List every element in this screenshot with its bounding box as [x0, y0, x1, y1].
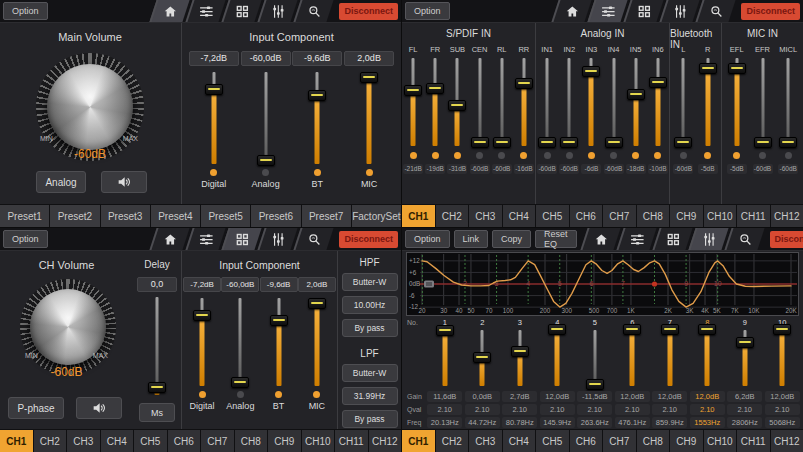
- band-freq-box[interactable]: 5068Hz: [765, 417, 800, 428]
- nav-tab-zoom[interactable]: [294, 228, 334, 250]
- band-gain-box[interactable]: 12,0dB: [615, 391, 650, 402]
- band-gain-box[interactable]: 6,2dB: [727, 391, 762, 402]
- lpf-bypass-button[interactable]: By pass: [342, 410, 398, 428]
- band-gain-box[interactable]: 11,6dB: [427, 391, 462, 402]
- band-freq-box[interactable]: 1553Hz: [690, 417, 725, 428]
- tab-ch12[interactable]: CH12: [771, 205, 803, 227]
- tab-ch12[interactable]: CH12: [771, 430, 803, 452]
- band-freq-box[interactable]: 476.1Hz: [615, 417, 650, 428]
- lpf-type-button[interactable]: Butter-W: [342, 364, 398, 382]
- band-freq-box[interactable]: 2806Hz: [727, 417, 762, 428]
- nav-tab-faders[interactable]: [660, 0, 700, 22]
- delay-unit-button[interactable]: Ms: [139, 403, 175, 422]
- slider-thumb[interactable]: [538, 137, 556, 148]
- tab-ch4[interactable]: CH4: [503, 430, 536, 452]
- band-freq-box[interactable]: 263.6Hz: [577, 417, 612, 428]
- tab-ch9[interactable]: CH9: [670, 205, 703, 227]
- hpf-bypass-button[interactable]: By pass: [342, 319, 398, 337]
- analog-source-button[interactable]: Analog: [36, 171, 86, 193]
- slider-value-box[interactable]: -60,0dB: [221, 277, 259, 292]
- input-gain-slider[interactable]: [270, 298, 288, 386]
- option-button[interactable]: Option: [3, 230, 48, 248]
- tab-ch4[interactable]: CH4: [503, 205, 536, 227]
- nav-tab-home[interactable]: [580, 228, 620, 250]
- slider-value-box[interactable]: -9,6dB: [292, 51, 342, 66]
- mute-button[interactable]: [101, 171, 147, 193]
- tab-ch6[interactable]: CH6: [570, 430, 603, 452]
- tab-ch3[interactable]: CH3: [469, 205, 502, 227]
- slider-value-box[interactable]: 2,0dB: [298, 277, 336, 292]
- nav-tab-home[interactable]: [150, 228, 190, 250]
- eq-band-slider[interactable]: [736, 330, 754, 386]
- band-gain-box[interactable]: 12,0dB: [540, 391, 575, 402]
- tab-ch8[interactable]: CH8: [235, 430, 268, 452]
- eq-band-slider[interactable]: [586, 330, 604, 386]
- tab-ch7[interactable]: CH7: [603, 430, 636, 452]
- disconnect-button[interactable]: Disconnect: [339, 231, 398, 248]
- band-freq-box[interactable]: 20.13Hz: [427, 417, 462, 428]
- tab-preset7[interactable]: Preset7: [302, 205, 351, 227]
- slider-thumb[interactable]: [649, 77, 667, 88]
- tab-ch3[interactable]: CH3: [67, 430, 100, 452]
- ch-volume-knob[interactable]: [20, 279, 116, 375]
- slider-thumb[interactable]: [511, 346, 529, 357]
- tab-ch11[interactable]: CH11: [737, 430, 770, 452]
- slider-thumb[interactable]: [308, 298, 326, 309]
- nav-tab-faders[interactable]: [258, 228, 298, 250]
- main-volume-knob[interactable]: [36, 53, 144, 161]
- slider-thumb[interactable]: [404, 85, 422, 96]
- tab-ch2[interactable]: CH2: [34, 430, 67, 452]
- slider-thumb[interactable]: [779, 137, 797, 148]
- channel-level-slider[interactable]: [674, 58, 692, 146]
- slider-thumb[interactable]: [605, 137, 623, 148]
- tab-preset4[interactable]: Preset4: [151, 205, 200, 227]
- disconnect-button[interactable]: Disconnect: [741, 3, 800, 20]
- slider-thumb[interactable]: [270, 315, 288, 326]
- band-qval-box[interactable]: 2.10: [727, 404, 762, 415]
- slider-thumb[interactable]: [560, 137, 578, 148]
- tab-preset3[interactable]: Preset3: [101, 205, 150, 227]
- channel-level-slider[interactable]: [560, 58, 578, 146]
- disconnect-button[interactable]: Disconnect: [339, 3, 398, 20]
- nav-tab-mixer[interactable]: [186, 0, 226, 22]
- slider-value-box[interactable]: -7,2dB: [183, 277, 221, 292]
- knob-face[interactable]: [47, 64, 133, 150]
- tab-ch6[interactable]: CH6: [168, 430, 201, 452]
- band-gain-box[interactable]: 12,0dB: [652, 391, 687, 402]
- slider-thumb[interactable]: [728, 63, 746, 74]
- disconnect-button[interactable]: Disconnect: [770, 231, 803, 248]
- band-freq-box[interactable]: 44.72Hz: [465, 417, 500, 428]
- nav-tab-faders[interactable]: [258, 0, 298, 22]
- eq-graph-svg[interactable]: 234567910+12+60dB-6-12203040507010020030…: [406, 252, 799, 316]
- channel-level-slider[interactable]: [471, 58, 489, 146]
- band-qval-box[interactable]: 2.10: [502, 404, 537, 415]
- slider-thumb[interactable]: [308, 90, 326, 101]
- slider-thumb[interactable]: [360, 72, 378, 83]
- tab-ch5[interactable]: CH5: [536, 205, 569, 227]
- eq-band-slider[interactable]: [436, 330, 454, 386]
- channel-level-slider[interactable]: [728, 58, 746, 146]
- band-qval-box[interactable]: 2.10: [652, 404, 687, 415]
- tab-ch8[interactable]: CH8: [637, 205, 670, 227]
- slider-value-box[interactable]: -7,2dB: [189, 51, 239, 66]
- band-gain-box[interactable]: 2,7dB: [502, 391, 537, 402]
- nav-tab-grid[interactable]: [624, 0, 664, 22]
- band-freq-box[interactable]: 859.9Hz: [652, 417, 687, 428]
- slider-thumb[interactable]: [493, 137, 511, 148]
- band-freq-box[interactable]: 145.9Hz: [540, 417, 575, 428]
- slider-thumb[interactable]: [699, 63, 717, 74]
- tab-ch3[interactable]: CH3: [469, 430, 502, 452]
- band-qval-box[interactable]: 2.10: [465, 404, 500, 415]
- slider-thumb[interactable]: [773, 324, 791, 335]
- tab-ch7[interactable]: CH7: [201, 430, 234, 452]
- eq-band-slider[interactable]: [623, 330, 641, 386]
- lpf-freq-button[interactable]: 31.99Hz: [342, 387, 398, 405]
- slider-thumb[interactable]: [736, 337, 754, 348]
- nav-tab-zoom[interactable]: [294, 0, 334, 22]
- tab-ch10[interactable]: CH10: [704, 205, 737, 227]
- input-gain-slider[interactable]: [360, 72, 378, 164]
- tab-preset1[interactable]: Preset1: [0, 205, 49, 227]
- band-qval-box[interactable]: 2.10: [540, 404, 575, 415]
- band-qval-box[interactable]: 2.10: [577, 404, 612, 415]
- tab-ch12[interactable]: CH12: [369, 430, 402, 452]
